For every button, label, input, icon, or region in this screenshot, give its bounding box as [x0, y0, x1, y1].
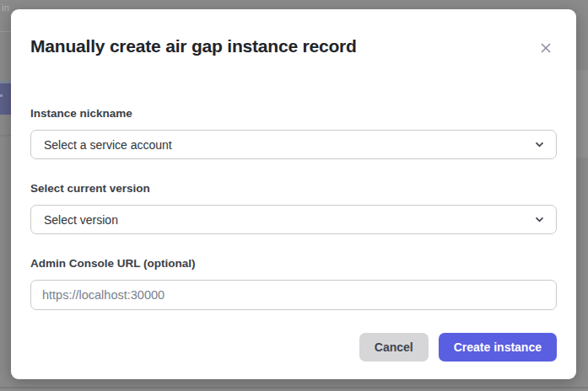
chevron-down-icon — [535, 142, 544, 147]
instance-nickname-select-value: Select a service account — [44, 138, 172, 152]
backdrop-divider — [0, 387, 588, 388]
chevron-down-icon — [535, 217, 544, 222]
instance-nickname-label: Instance nickname — [30, 107, 132, 120]
cancel-button[interactable]: Cancel — [359, 333, 429, 362]
modal-actions: Cancel Create instance — [359, 333, 557, 362]
backdrop-divider — [0, 135, 11, 137]
backdrop-divider — [0, 31, 11, 32]
backdrop-row-icon — [0, 94, 3, 97]
current-version-select-value: Select version — [44, 213, 118, 227]
current-version-select[interactable]: Select version — [30, 205, 557, 234]
admin-console-url-label: Admin Console URL (optional) — [30, 257, 196, 270]
close-icon — [539, 41, 553, 55]
create-instance-button[interactable]: Create instance — [439, 333, 557, 362]
backdrop-partial-text: in — [2, 3, 9, 13]
backdrop-highlighted-row — [0, 81, 11, 115]
close-button[interactable] — [537, 40, 554, 56]
current-version-label: Select current version — [30, 182, 150, 195]
admin-console-url-input[interactable] — [30, 280, 557, 310]
create-airgap-instance-modal: Manually create air gap instance record … — [11, 9, 576, 379]
instance-nickname-select[interactable]: Select a service account — [30, 130, 557, 159]
modal-title: Manually create air gap instance record — [30, 35, 526, 57]
backdrop-panel-fragment — [576, 70, 588, 158]
